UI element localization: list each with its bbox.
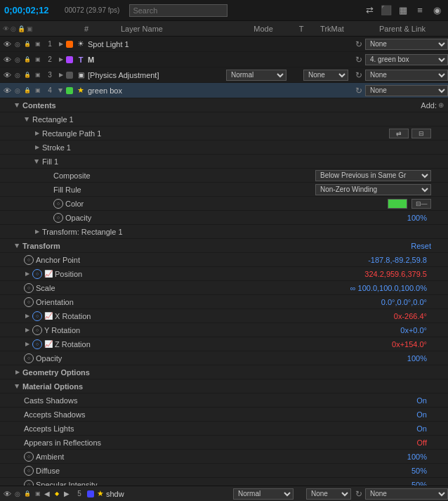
solo-icon-4[interactable]: ◎ — [13, 86, 22, 96]
fill1-row[interactable]: ▶ Fill 1 — [0, 155, 448, 169]
geometry-expand[interactable]: ▶ — [14, 369, 21, 376]
z-rotation-value[interactable]: 0x+154.0° — [392, 340, 431, 349]
geometry-options-row[interactable]: ▶ Geometry Options — [0, 365, 448, 379]
rect-path-icon[interactable]: ⇄ — [389, 129, 409, 138]
position-expand[interactable]: ▶ — [24, 271, 31, 278]
icon-grid[interactable]: ▦ — [396, 4, 410, 18]
label-icon-4[interactable]: ▣ — [34, 86, 43, 96]
opacity-value[interactable]: 100% — [407, 354, 431, 363]
layer-row-2[interactable]: 👁 ◎ 🔒 ▣ 2 ▶ T M ↻ 4. green box — [0, 52, 448, 67]
x-rotation-value[interactable]: 0x-266.4° — [394, 312, 431, 320]
bottom-trkmat-select[interactable]: None — [306, 488, 351, 500]
casts-shadows-value[interactable]: On — [416, 396, 431, 405]
visibility-icon-2[interactable]: 👁 — [3, 55, 12, 65]
refresh-icon-2[interactable]: ↻ — [353, 53, 365, 66]
rect1-expand[interactable]: ▶ — [24, 116, 31, 123]
visibility-icon-4[interactable]: 👁 — [3, 86, 12, 96]
visibility-icon-5[interactable]: 👁 — [3, 489, 12, 499]
mode-select-3[interactable]: Normal — [226, 70, 286, 81]
y-rot-expand[interactable]: ▶ — [24, 327, 31, 334]
ambient-stopwatch[interactable]: ○ — [24, 452, 34, 462]
material-options-row[interactable]: ▶ Material Options — [0, 379, 448, 393]
z-rot-expand[interactable]: ▶ — [24, 341, 31, 348]
expand-1[interactable]: ▶ — [58, 41, 65, 48]
refresh-icon-3[interactable]: ↻ — [353, 69, 365, 82]
refresh-icon-1[interactable]: ↻ — [353, 38, 365, 51]
rect-path-icon2[interactable]: ⊟ — [411, 129, 431, 138]
y-rotation-value[interactable]: 0x+0.0° — [400, 326, 431, 334]
color-swatch[interactable] — [388, 199, 407, 209]
add-button[interactable]: ⊕ — [438, 101, 444, 109]
solo-icon-5[interactable]: ◎ — [13, 489, 22, 499]
color-link[interactable]: ⊟— — [411, 199, 431, 209]
accepts-shadows-value[interactable]: On — [416, 410, 431, 419]
fill1-expand[interactable]: ▶ — [34, 158, 41, 165]
layer-name-2[interactable]: M — [88, 56, 226, 64]
accepts-lights-value[interactable]: On — [416, 424, 431, 433]
expand-4[interactable]: ▶ — [58, 87, 65, 94]
bottom-parent-select[interactable]: None — [365, 488, 448, 500]
parent-select-1[interactable]: None — [365, 39, 448, 50]
parent-select-2[interactable]: 4. green box — [365, 54, 448, 65]
layer-name-3[interactable]: [Physics Adjustment] — [88, 71, 226, 79]
x-rot-expand[interactable]: ▶ — [24, 313, 31, 320]
nav-right[interactable]: ▶ — [62, 489, 72, 499]
anchor-value[interactable]: -187.8,-89.2,59.8 — [368, 256, 431, 264]
orientation-stopwatch[interactable]: ○ — [24, 297, 34, 307]
lock-icon-5[interactable]: 🔒 — [23, 489, 32, 499]
z-rot-stopwatch[interactable]: ○ — [32, 339, 42, 349]
icon-bars[interactable]: ≡ — [413, 4, 427, 18]
position-stopwatch[interactable]: ○ — [32, 269, 42, 279]
bottom-refresh[interactable]: ↻ — [353, 488, 365, 500]
stroke1-row[interactable]: ▶ Stroke 1 — [0, 141, 448, 155]
refresh-icon-4[interactable]: ↻ — [353, 84, 365, 97]
rect-path1-row[interactable]: ▶ Rectangle Path 1 ⇄ ⊟ — [0, 126, 448, 141]
transform-expand[interactable]: ▶ — [14, 242, 21, 249]
label-icon-1[interactable]: ▣ — [34, 39, 43, 49]
transform-rect1-expand[interactable]: ▶ — [34, 228, 41, 235]
layer-name-4[interactable]: green box — [88, 86, 226, 95]
icon-circle[interactable]: ◉ — [430, 4, 444, 18]
bottom-mode-select[interactable]: Normal — [233, 488, 294, 500]
orientation-value[interactable]: 0.0°,0.0°,0.0° — [381, 298, 431, 306]
layer-row-4[interactable]: 👁 ◎ 🔒 ▣ 4 ▶ ★ green box ↻ None — [0, 83, 448, 98]
lock-icon-1[interactable]: 🔒 — [23, 39, 32, 49]
scale-stopwatch[interactable]: ○ — [24, 283, 34, 293]
lock-icon-4[interactable]: 🔒 — [23, 86, 32, 96]
label-icon-3[interactable]: ▣ — [34, 70, 43, 80]
bottom-layer-name[interactable]: shdw — [106, 490, 233, 498]
anchor-stopwatch[interactable]: ○ — [24, 255, 34, 265]
color-stopwatch[interactable]: ○ — [53, 199, 63, 209]
solo-icon-3[interactable]: ◎ — [13, 70, 22, 80]
solo-icon-2[interactable]: ◎ — [13, 55, 22, 65]
opacity-stopwatch[interactable]: ○ — [24, 353, 34, 363]
fill-rule-select[interactable]: Non-Zero Winding — [315, 184, 431, 195]
y-rot-stopwatch[interactable]: ○ — [32, 325, 42, 335]
transform-rect1-row[interactable]: ▶ Transform: Rectangle 1 — [0, 225, 448, 239]
lock-icon-3[interactable]: 🔒 — [23, 70, 32, 80]
label-icon-5[interactable]: ▣ — [34, 489, 43, 499]
composite-select[interactable]: Below Previous in Same Gr — [315, 170, 431, 181]
icon-arrows[interactable]: ⇄ — [362, 4, 376, 18]
label-icon-2[interactable]: ▣ — [34, 55, 43, 65]
expand-3[interactable]: ▶ — [58, 72, 65, 79]
nav-diamond[interactable]: ◆ — [52, 489, 62, 499]
material-expand[interactable]: ▶ — [14, 383, 21, 390]
rect-path1-expand[interactable]: ▶ — [34, 130, 41, 137]
icon-box[interactable]: ⬛ — [379, 4, 393, 18]
stroke1-expand[interactable]: ▶ — [34, 144, 41, 151]
timeline-scroll-area[interactable]: 👁 ◎ 🔒 ▣ 1 ▶ ☀ Spot Light 1 ↻ None 👁 ◎ 🔒 … — [0, 37, 448, 486]
solo-icon-1[interactable]: ◎ — [13, 39, 22, 49]
expand-2[interactable]: ▶ — [58, 56, 65, 63]
contents-expand[interactable]: ▶ — [14, 102, 21, 109]
position-value[interactable]: 324.2,959.6,379.5 — [364, 270, 431, 278]
fill-opacity-value[interactable]: 100% — [407, 214, 431, 222]
layer-row-3[interactable]: 👁 ◎ 🔒 ▣ 3 ▶ ▣ [Physics Adjustment] Norma… — [0, 67, 448, 83]
spec-int-value[interactable]: 50% — [411, 481, 431, 486]
parent-select-4[interactable]: None — [365, 85, 448, 96]
nav-left[interactable]: ◀ — [42, 489, 52, 499]
diffuse-value[interactable]: 50% — [411, 467, 431, 475]
layer-name-1[interactable]: Spot Light 1 — [88, 40, 226, 48]
lock-icon-2[interactable]: 🔒 — [23, 55, 32, 65]
visibility-icon-3[interactable]: 👁 — [3, 70, 12, 80]
